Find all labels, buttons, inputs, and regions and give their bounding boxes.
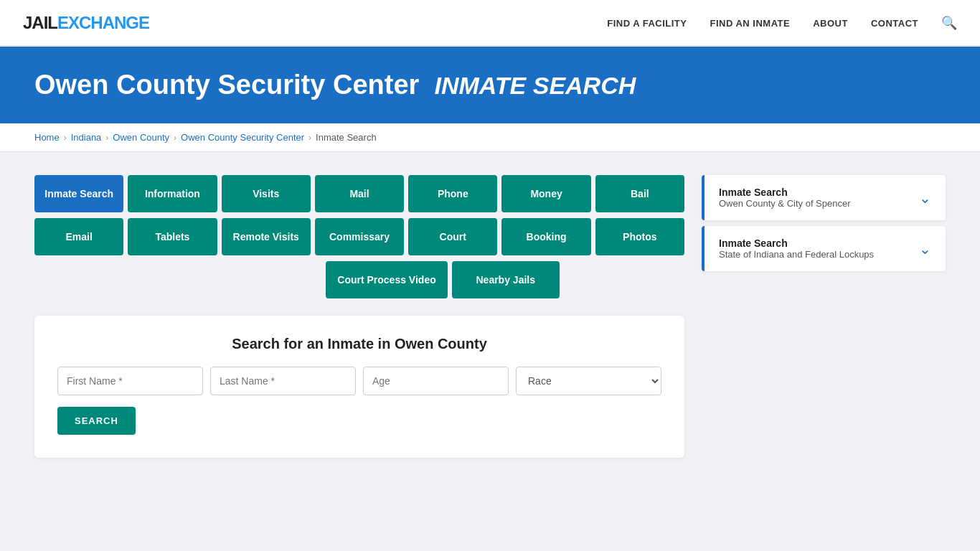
nav-search-icon-container[interactable]: 🔍	[941, 15, 957, 31]
last-name-input[interactable]	[210, 367, 356, 395]
search-form-container: Search for an Inmate in Owen County Race…	[34, 316, 684, 458]
breadcrumb-owen-county[interactable]: Owen County	[113, 132, 169, 143]
page-title-main: Owen County Security Center	[34, 70, 419, 100]
sidebar-card-owen-county-title: Inmate Search Owen County & City of Spen…	[719, 187, 851, 209]
tabs-row-1: Inmate Search Information Visits Mail Ph…	[34, 175, 684, 212]
main-content: Inmate Search Information Visits Mail Ph…	[0, 152, 980, 481]
breadcrumb-current: Inmate Search	[316, 132, 377, 143]
nav-link-contact[interactable]: CONTACT	[871, 18, 918, 29]
page-title: Owen County Security Center INMATE SEARC…	[34, 70, 946, 100]
tab-court-process-video[interactable]: Court Process Video	[326, 261, 447, 298]
logo-jail: JAIL	[23, 13, 57, 32]
nav-link-find-inmate[interactable]: FIND AN INMATE	[710, 18, 790, 29]
hero-banner: Owen County Security Center INMATE SEARC…	[0, 47, 980, 123]
nav-links: FIND A FACILITY FIND AN INMATE ABOUT CON…	[607, 15, 957, 31]
tabs-row-3: Court Process Video Nearby Jails	[34, 261, 684, 298]
sidebar-card-owen-county: Inmate Search Owen County & City of Spen…	[702, 175, 946, 220]
logo-exchange: EXCHANGE	[57, 13, 149, 32]
search-form-title: Search for an Inmate in Owen County	[57, 336, 661, 352]
breadcrumb-home[interactable]: Home	[34, 132, 60, 143]
nav-item-contact: CONTACT	[871, 17, 918, 29]
nav-item-about: ABOUT	[813, 17, 848, 29]
tab-inmate-search[interactable]: Inmate Search	[34, 175, 123, 212]
race-select[interactable]: Race White Black Hispanic Asian Other	[516, 367, 661, 395]
breadcrumb-sep-1: ›	[64, 133, 67, 143]
tab-information[interactable]: Information	[128, 175, 217, 212]
sidebar-card-owen-county-title-main: Inmate Search	[719, 187, 851, 198]
breadcrumb-sep-3: ›	[174, 133, 176, 143]
tab-visits[interactable]: Visits	[222, 175, 311, 212]
sidebar-card-state-federal-header[interactable]: Inmate Search State of Indiana and Feder…	[702, 226, 946, 271]
age-input[interactable]	[363, 367, 509, 395]
tab-phone[interactable]: Phone	[408, 175, 497, 212]
tab-bail[interactable]: Bail	[595, 175, 684, 212]
nav-item-find-facility: FIND A FACILITY	[607, 17, 687, 29]
sidebar-card-state-federal: Inmate Search State of Indiana and Feder…	[702, 226, 946, 271]
logo[interactable]: JAILEXCHANGE	[23, 13, 149, 33]
sidebar-card-state-federal-title-main: Inmate Search	[719, 237, 874, 249]
navbar: JAILEXCHANGE FIND A FACILITY FIND AN INM…	[0, 0, 980, 47]
search-button[interactable]: SEARCH	[57, 407, 136, 435]
tab-nearby-jails[interactable]: Nearby Jails	[452, 261, 560, 298]
breadcrumb: Home › Indiana › Owen County › Owen Coun…	[0, 123, 980, 152]
tab-court[interactable]: Court	[408, 218, 497, 255]
nav-item-find-inmate: FIND AN INMATE	[710, 17, 790, 29]
nav-link-about[interactable]: ABOUT	[813, 18, 848, 29]
tabs-row-2: Email Tablets Remote Visits Commissary C…	[34, 218, 684, 255]
sidebar-card-state-federal-title-sub: State of Indiana and Federal Lockups	[719, 249, 874, 260]
sidebar-card-owen-county-header[interactable]: Inmate Search Owen County & City of Spen…	[702, 175, 946, 220]
tab-booking[interactable]: Booking	[501, 218, 590, 255]
left-column: Inmate Search Information Visits Mail Ph…	[34, 175, 684, 458]
tab-mail[interactable]: Mail	[315, 175, 404, 212]
search-fields: Race White Black Hispanic Asian Other	[57, 367, 661, 395]
breadcrumb-facility[interactable]: Owen County Security Center	[181, 132, 304, 143]
sidebar-card-owen-county-title-sub: Owen County & City of Spencer	[719, 198, 851, 209]
chevron-down-icon: ⌄	[919, 189, 931, 207]
tab-tablets[interactable]: Tablets	[128, 218, 217, 255]
tab-money[interactable]: Money	[501, 175, 590, 212]
right-sidebar: Inmate Search Owen County & City of Spen…	[702, 175, 946, 277]
tab-email[interactable]: Email	[34, 218, 123, 255]
tab-photos[interactable]: Photos	[595, 218, 684, 255]
tab-commissary[interactable]: Commissary	[315, 218, 404, 255]
first-name-input[interactable]	[57, 367, 203, 395]
sidebar-card-state-federal-title: Inmate Search State of Indiana and Feder…	[719, 237, 874, 260]
tab-remote-visits[interactable]: Remote Visits	[222, 218, 311, 255]
breadcrumb-sep-2: ›	[105, 133, 108, 143]
breadcrumb-sep-4: ›	[308, 133, 311, 143]
search-icon[interactable]: 🔍	[941, 16, 957, 30]
breadcrumb-indiana[interactable]: Indiana	[71, 132, 102, 143]
chevron-down-icon-2: ⌄	[919, 240, 931, 258]
nav-link-find-facility[interactable]: FIND A FACILITY	[607, 18, 687, 29]
page-title-italic: INMATE SEARCH	[434, 72, 636, 99]
